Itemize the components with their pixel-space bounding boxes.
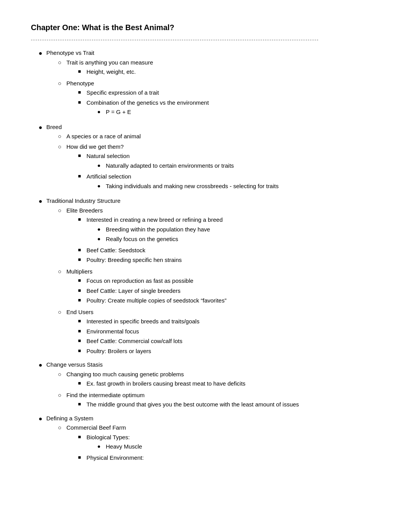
list-item: ●Breed○A species or a race of animal○How… — [31, 123, 379, 195]
list-item: ●Defining a System○Commercial Beef Farm■… — [31, 414, 379, 465]
list-item: ●Traditional Industry Structure○Elite Br… — [31, 197, 379, 358]
bullet-l3: ■ — [78, 216, 86, 224]
item-text: Breed — [46, 124, 62, 130]
bullet-l2: ○ — [58, 423, 66, 432]
bullet-l4: ● — [97, 161, 106, 170]
list-item: ■Ex. fast growth in broilers causing bre… — [66, 379, 379, 388]
list-item: ■Combination of the genetics vs the envi… — [66, 99, 379, 118]
list-item: ■Beef Cattle: Layer of single breeders — [66, 287, 379, 296]
list-item: ○End Users■Interested in specific breeds… — [46, 308, 379, 357]
list-item: ■The middle ground that gives you the be… — [66, 400, 379, 409]
item-text: Specific expression of a trait — [86, 89, 159, 96]
list-item: ■Beef Cattle: Seedstock — [66, 246, 379, 255]
item-text: End Users — [66, 309, 93, 315]
list-item: ○Trait is anything you can measure■Heigh… — [46, 58, 379, 78]
item-text: Change versus Stasis — [46, 361, 103, 368]
list-item: ●Heavy Muscle — [86, 442, 379, 451]
list-item: ■Interested in creating a new breed or r… — [66, 216, 379, 245]
list-item: ■Interested in specific breeds and trait… — [66, 317, 379, 326]
bullet-l3: ■ — [78, 287, 86, 295]
outline: ●Phenotype vs Trait○Trait is anything yo… — [31, 49, 379, 465]
bullet-l3: ■ — [78, 317, 86, 325]
bullet-l2: ○ — [58, 143, 66, 151]
item-text: Traditional Industry Structure — [46, 197, 120, 204]
item-text: Defining a System — [46, 415, 93, 422]
item-text: How did we get them? — [66, 143, 124, 150]
list-item: ●Taking individuals and making new cross… — [86, 182, 379, 191]
item-text: Phenotype vs Trait — [46, 49, 94, 56]
item-text: Breeding within the population they have — [106, 225, 379, 234]
bullet-l1: ● — [39, 360, 46, 370]
bullet-l3: ■ — [78, 347, 86, 355]
list-item: ○Phenotype■Specific expression of a trai… — [46, 79, 379, 119]
bullet-l3: ■ — [78, 68, 86, 76]
list-item: ■Poultry: Create multiple copies of seed… — [66, 296, 379, 305]
bullet-l3: ■ — [78, 400, 86, 408]
list-item: ●Change versus Stasis○Changing too much … — [31, 360, 379, 412]
list-item: ○Commercial Beef Farm■Biological Types:●… — [46, 423, 379, 463]
list-item: ■Physical Environment: — [66, 454, 379, 462]
bullet-l1: ● — [39, 123, 46, 132]
item-text: Combination of the genetics vs the envir… — [86, 99, 209, 106]
bullet-l2: ○ — [58, 370, 66, 379]
item-text: Multipliers — [66, 268, 93, 275]
bullet-l3: ■ — [78, 88, 86, 97]
item-text: Naturally adapted to certain environment… — [106, 161, 379, 170]
divider: ----------------------------------------… — [31, 37, 379, 42]
list-item: ●Breeding within the population they hav… — [86, 225, 379, 234]
bullet-l4: ● — [97, 442, 106, 450]
list-item: ■Poultry: Breeding specific hen strains — [66, 256, 379, 265]
bullet-l3: ■ — [78, 99, 86, 107]
item-text: Taking individuals and making new crossb… — [106, 182, 379, 191]
item-text: Artificial selection — [86, 173, 131, 180]
list-item: ■Poultry: Broilers or layers — [66, 347, 379, 356]
list-item: ●Phenotype vs Trait○Trait is anything yo… — [31, 49, 379, 121]
item-text: The middle ground that gives you the bes… — [86, 401, 299, 408]
item-text: Trait is anything you can measure — [66, 59, 153, 66]
item-text: Interested in creating a new breed or re… — [86, 216, 223, 223]
page-title: Chapter One: What is the Best Animal? — [31, 23, 379, 32]
list-item: ○Multipliers■Focus on reproduction as fa… — [46, 267, 379, 306]
bullet-l3: ■ — [78, 337, 86, 345]
item-text: Find the intermediate optimum — [66, 392, 145, 398]
bullet-l2: ○ — [58, 267, 66, 276]
bullet-l4: ● — [97, 235, 106, 243]
list-item: ■Focus on reproduction as fast as possib… — [66, 277, 379, 286]
item-text: Interested in specific breeds and traits… — [86, 318, 200, 325]
item-text: A species or a race of animal — [66, 133, 141, 139]
list-item: ■Specific expression of a trait — [66, 88, 379, 97]
item-text: Poultry: Breeding specific hen strains — [86, 257, 182, 263]
bullet-l2: ○ — [58, 79, 66, 88]
list-item: ■Beef Cattle: Commercial cow/calf lots — [66, 337, 379, 346]
bullet-l3: ■ — [78, 172, 86, 180]
list-item: ●P = G + E — [86, 108, 379, 117]
list-item: ○Changing too much causing genetic probl… — [46, 370, 379, 389]
list-item: ■Biological Types:●Heavy Muscle — [66, 433, 379, 452]
item-text: Phenotype — [66, 80, 94, 87]
item-text: Really focus on the genetics — [106, 235, 379, 244]
item-text: Commercial Beef Farm — [66, 424, 126, 431]
bullet-l3: ■ — [78, 379, 86, 388]
bullet-l3: ■ — [78, 246, 86, 254]
item-text: Focus on reproduction as fast as possibl… — [86, 277, 193, 284]
item-text: Biological Types: — [86, 434, 130, 440]
item-text: Beef Cattle: Commercial cow/calf lots — [86, 338, 182, 344]
bullet-l2: ○ — [58, 132, 66, 141]
bullet-l2: ○ — [58, 308, 66, 317]
item-text: Height, weight, etc. — [86, 68, 136, 75]
item-text: Beef Cattle: Seedstock — [86, 247, 146, 253]
bullet-l2: ○ — [58, 58, 66, 67]
list-item: ○A species or a race of animal — [46, 132, 379, 141]
list-item: ■Environmental focus — [66, 327, 379, 336]
item-text: Beef Cattle: Layer of single breeders — [86, 287, 180, 294]
item-text: P = G + E — [106, 108, 379, 117]
bullet-l4: ● — [97, 108, 106, 116]
bullet-l3: ■ — [78, 152, 86, 160]
bullet-l3: ■ — [78, 277, 86, 285]
bullet-l2: ○ — [58, 391, 66, 400]
bullet-l1: ● — [39, 414, 46, 423]
item-text: Elite Breeders — [66, 207, 103, 214]
list-item: ○How did we get them?■Natural selection●… — [46, 143, 379, 193]
bullet-l3: ■ — [78, 256, 86, 264]
bullet-l4: ● — [97, 182, 106, 190]
